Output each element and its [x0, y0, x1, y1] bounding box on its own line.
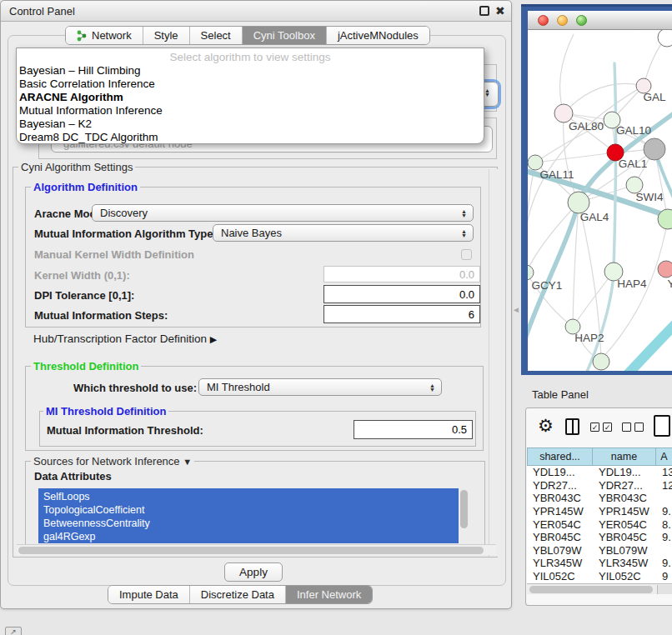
- table-cell[interactable]: YLR345W: [527, 557, 593, 570]
- hub-definition-toggle[interactable]: Hub/Transcription Factor Definition ▶: [33, 332, 217, 345]
- algorithm-option[interactable]: ARACNE Algorithm: [17, 91, 484, 104]
- attribute-item[interactable]: SelfLoops: [38, 490, 459, 503]
- tab-discretize-data[interactable]: Discretize Data: [190, 586, 286, 603]
- column-header-name[interactable]: name: [593, 448, 656, 466]
- table-cell[interactable]: YPR145W: [593, 505, 656, 518]
- mi-steps-field[interactable]: 6: [323, 305, 480, 323]
- which-threshold-combo[interactable]: MI Threshold ▲▼: [198, 378, 442, 396]
- apply-button[interactable]: Apply: [224, 562, 283, 582]
- columns-icon[interactable]: [565, 418, 579, 435]
- aracne-mode-combo[interactable]: Discovery ▲▼: [92, 204, 474, 222]
- table-row[interactable]: YLR345WYLR345W9.: [527, 557, 672, 570]
- algorithm-option[interactable]: Bayesian – K2: [17, 118, 484, 131]
- close-icon[interactable]: ✖: [495, 6, 505, 16]
- table-cell[interactable]: YIL052C: [593, 570, 656, 583]
- mi-type-combo[interactable]: Naive Bayes ▲▼: [213, 224, 474, 242]
- attribute-item[interactable]: gal4RGexp: [38, 530, 459, 543]
- table-cell[interactable]: YDR27...: [593, 479, 656, 492]
- select-all-checks-icon[interactable]: ✓✓: [590, 422, 612, 432]
- table-row[interactable]: YBR045CYBR045C9.: [527, 531, 672, 544]
- table-cell[interactable]: YDR27...: [527, 479, 593, 492]
- settings-vscrollbar-track[interactable]: [489, 169, 499, 557]
- algorithm-option[interactable]: Mutual Information Inference: [17, 104, 484, 118]
- sources-title[interactable]: Sources for Network Inference ▼: [31, 455, 194, 468]
- settings-hscrollbar-thumb[interactable]: [18, 547, 484, 554]
- table-row[interactable]: YDL19...YDL19...13: [527, 466, 672, 479]
- attributes-scrollbar-thumb[interactable]: [460, 490, 468, 528]
- export-table-icon[interactable]: [654, 415, 670, 437]
- table-cell[interactable]: [656, 492, 672, 505]
- gear-icon[interactable]: ⚙: [538, 416, 554, 436]
- column-header-partial[interactable]: A: [656, 448, 672, 466]
- mac-minimize-icon[interactable]: [557, 15, 568, 26]
- attribute-item[interactable]: BetweennessCentrality: [38, 517, 459, 530]
- tab-infer-network[interactable]: Infer Network: [286, 586, 372, 603]
- table-cell[interactable]: YBR045C: [527, 531, 593, 544]
- window-title: Control Panel: [9, 5, 75, 18]
- algorithm-definition-title: Algorithm Definition: [31, 181, 140, 193]
- dpi-tolerance-field[interactable]: 0.0: [323, 285, 480, 303]
- network-node[interactable]: [658, 30, 672, 47]
- table-cell[interactable]: YBL079W: [527, 544, 593, 558]
- tab-impute-data[interactable]: Impute Data: [108, 586, 190, 603]
- table-cell[interactable]: [656, 544, 672, 558]
- table-cell[interactable]: 8.: [656, 518, 672, 531]
- table-row[interactable]: YPR145WYPR145W9.: [527, 505, 672, 518]
- table-row[interactable]: YBL079WYBL079W: [527, 544, 672, 558]
- table-cell[interactable]: YLR345W: [593, 557, 656, 570]
- restore-icon[interactable]: [479, 6, 489, 16]
- mac-zoom-icon[interactable]: [576, 15, 587, 26]
- network-node[interactable]: [593, 353, 609, 370]
- settings-hscrollbar-track[interactable]: [17, 544, 496, 555]
- deselect-all-checks-icon[interactable]: [622, 422, 644, 432]
- network-node[interactable]: [644, 138, 665, 160]
- threshold-definition-title: Threshold Definition: [31, 360, 141, 372]
- table-cell[interactable]: YBR043C: [593, 492, 656, 505]
- tab-select[interactable]: Select: [190, 27, 243, 44]
- table-cell[interactable]: YPR145W: [527, 505, 593, 518]
- algorithm-option[interactable]: Dream8 DC_TDC Algorithm: [17, 131, 484, 144]
- kernel-width-label: Kernel Width (0,1):: [34, 269, 130, 282]
- table-row[interactable]: YDR27...YDR27...12: [527, 479, 672, 492]
- tab-cyni-toolbox[interactable]: Cyni Toolbox: [243, 27, 327, 44]
- network-canvas[interactable]: GALGAL80GAL10GAL1GAL11SWI4GAL4GCY1HAP4YH…: [528, 30, 672, 371]
- algorithm-option[interactable]: Basic Correlation Inference: [17, 78, 484, 91]
- manual-kernel-checkbox[interactable]: [461, 249, 472, 260]
- table-hscrollbar-thumb[interactable]: [529, 586, 653, 593]
- kernel-width-field[interactable]: 0.0: [323, 266, 480, 282]
- table-cell[interactable]: 9.: [656, 505, 672, 518]
- network-node-label: GAL11: [539, 168, 574, 181]
- table-cell[interactable]: 9.: [656, 557, 672, 570]
- algorithm-option[interactable]: Bayesian – Hill Climbing: [17, 64, 484, 78]
- table-cell[interactable]: YBR045C: [593, 531, 656, 544]
- tab-style[interactable]: Style: [143, 27, 190, 44]
- table-row[interactable]: YBR043CYBR043C: [527, 492, 672, 505]
- float-panel-button[interactable]: ↗: [5, 627, 22, 635]
- network-node[interactable]: [658, 261, 672, 278]
- table-cell[interactable]: YER054C: [527, 518, 593, 531]
- tab-jactivemnodules[interactable]: jActiveMNodules: [327, 27, 429, 44]
- table-row[interactable]: YIL052CYIL052C9: [527, 570, 672, 583]
- attribute-item[interactable]: TopologicalCoefficient: [38, 503, 459, 517]
- table-cell[interactable]: 9: [656, 570, 672, 583]
- table-cell[interactable]: YER054C: [593, 518, 656, 531]
- data-attributes-list[interactable]: SelfLoopsTopologicalCoefficientBetweenne…: [38, 488, 459, 543]
- tab-network[interactable]: Network: [66, 27, 143, 44]
- table-cell[interactable]: 9.: [656, 531, 672, 544]
- table-cell[interactable]: YDL19...: [593, 466, 656, 479]
- table-cell[interactable]: 13: [656, 466, 672, 479]
- column-header-shared-name[interactable]: shared...: [527, 448, 593, 466]
- table-cell[interactable]: 12: [656, 479, 672, 492]
- mac-close-icon[interactable]: [538, 15, 549, 26]
- network-node[interactable]: [528, 265, 534, 280]
- table-cell[interactable]: YIL052C: [527, 570, 593, 583]
- table-cell[interactable]: YDL19...: [527, 466, 593, 479]
- network-window-titlebar[interactable]: [528, 11, 672, 30]
- control-panel-titlebar[interactable]: Control Panel ✖: [1, 1, 511, 22]
- table-row[interactable]: YER054CYER054C8.: [527, 518, 672, 531]
- table-cell[interactable]: YBL079W: [593, 544, 656, 558]
- split-pane-handle-icon[interactable]: ◄: [512, 305, 520, 314]
- mi-threshold-field[interactable]: 0.5: [354, 420, 473, 439]
- table-hscrollbar-track[interactable]: [527, 583, 672, 594]
- table-cell[interactable]: YBR043C: [527, 492, 593, 505]
